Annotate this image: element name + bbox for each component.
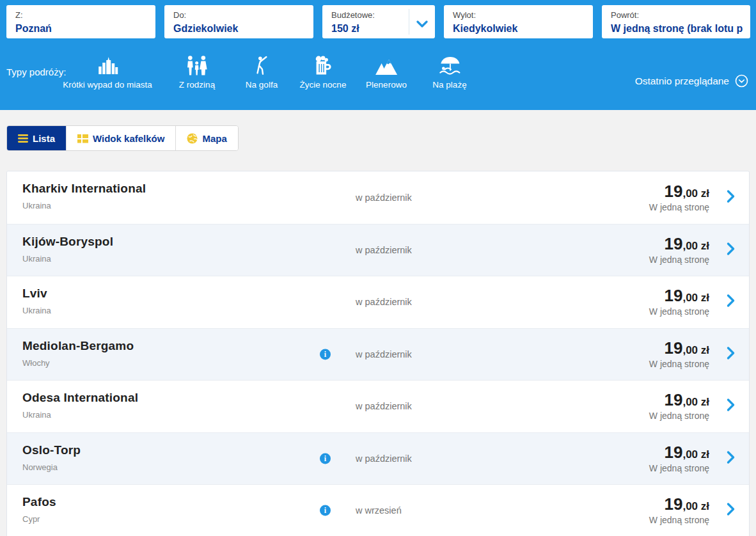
destination-label: Do: [173, 10, 306, 20]
price-block: 19,00 zł W jedną stronę [649, 235, 709, 265]
travel-month: w październik [356, 193, 412, 203]
chevron-right-icon[interactable] [727, 346, 735, 362]
result-row[interactable]: Mediolan-Bergamo Włochy i w październik … [7, 328, 749, 381]
fare-type-label: W jedną stronę [649, 255, 709, 265]
travel-month: w październik [356, 401, 412, 411]
budget-label: Budżetowe: [331, 10, 427, 20]
chevron-right-icon[interactable] [727, 189, 735, 205]
destination-value: Gdziekolwiek [173, 23, 306, 35]
destination-name: Mediolan-Bergamo [22, 339, 134, 353]
fare-type-label: W jedną stronę [649, 202, 709, 212]
destination-country: Norwegia [22, 462, 81, 472]
budget-value: 150 zł [331, 23, 427, 35]
fare-type-label: W jedną stronę [649, 359, 709, 369]
chevron-right-icon[interactable] [727, 450, 735, 466]
destination-name: Pafos [22, 495, 56, 509]
departure-field[interactable]: Wylot: Kiedykolwiek [444, 5, 593, 38]
beer-icon [313, 54, 333, 75]
trip-type-label: Plenerowo [366, 80, 407, 90]
travel-month: w październik [356, 297, 412, 307]
result-row[interactable]: Odesa International Ukraina i w paździer… [7, 380, 749, 432]
departure-label: Wylot: [453, 10, 585, 20]
destination-country: Ukraina [22, 410, 138, 420]
info-icon[interactable]: i [320, 453, 331, 464]
chevron-right-icon[interactable] [727, 242, 735, 258]
tab-label: Lista [33, 133, 55, 144]
tab-lista[interactable]: Lista [7, 126, 67, 150]
fare-type-label: W jedną stronę [649, 411, 709, 421]
travel-month: w październik [356, 245, 412, 255]
trip-types-label: Typy podróży: [6, 67, 66, 77]
recently-viewed-label: Ostatnio przeglądane [635, 75, 729, 87]
trip-type-label: Krótki wypad do miasta [63, 80, 152, 90]
destination-field[interactable]: Do: Gdziekolwiek [164, 5, 313, 38]
tab-mapa[interactable]: Mapa [176, 126, 237, 150]
price-block: 19,00 zł W jedną stronę [649, 444, 709, 473]
travel-month: w październik [356, 349, 412, 359]
list-icon [18, 134, 28, 143]
trip-type-golf[interactable]: Na golfa [246, 54, 278, 90]
price-amount: 19,00 zł [649, 287, 709, 304]
golf-icon [253, 54, 271, 75]
fare-type-label: W jedną stronę [649, 463, 709, 473]
result-row[interactable]: Pafos Cypr i w wrzesień 19,00 zł W jedną… [7, 484, 749, 536]
info-icon[interactable]: i [320, 505, 331, 516]
family-icon [186, 54, 208, 75]
result-row[interactable]: Kijów-Boryspol Ukraina i w październik 1… [7, 224, 749, 276]
price-amount: 19,00 zł [649, 391, 709, 408]
origin-value: Poznań [15, 23, 148, 35]
trip-type-city-break[interactable]: Krótki wypad do miasta [63, 54, 152, 90]
departure-value: Kiedykolwiek [453, 23, 585, 35]
price-block: 19,00 zł W jedną stronę [649, 340, 709, 369]
price-block: 19,00 zł W jedną stronę [649, 287, 709, 317]
chevron-right-icon[interactable] [727, 398, 735, 414]
trip-type-label: Życie nocne [300, 80, 347, 90]
beach-icon [438, 54, 461, 75]
price-amount: 19,00 zł [649, 340, 709, 356]
results-list: Kharkiv International Ukraina i w paździ… [6, 171, 750, 536]
price-block: 19,00 zł W jedną stronę [649, 183, 709, 212]
origin-label: Z: [15, 10, 148, 20]
city-icon [96, 54, 119, 75]
tab-widok-kafelkow[interactable]: Widok kafelków [67, 126, 176, 150]
destination-info: Mediolan-Bergamo Włochy [22, 339, 134, 368]
fare-type-label: W jedną stronę [649, 306, 709, 317]
chevron-right-icon[interactable] [727, 503, 735, 519]
tab-label: Mapa [202, 133, 226, 144]
trip-type-label: Na golfa [246, 80, 278, 90]
info-icon[interactable]: i [320, 349, 331, 359]
search-header: Z: Poznań Do: Gdziekolwiek Budżetowe: 15… [0, 0, 756, 110]
return-value: W jedną stronę (brak lotu pow [611, 23, 743, 35]
trip-type-outdoors[interactable]: Plenerowo [366, 54, 407, 90]
destination-country: Cypr [22, 514, 56, 524]
trip-type-label: Na plażę [432, 80, 466, 90]
mountains-icon [374, 54, 398, 75]
chevron-down-icon[interactable] [416, 19, 428, 30]
destination-name: Kharkiv International [22, 182, 146, 196]
trip-type-beach[interactable]: Na plażę [432, 54, 466, 90]
trip-type-nightlife[interactable]: Życie nocne [300, 54, 347, 90]
price-block: 19,00 zł W jedną stronę [649, 391, 709, 421]
recently-viewed-toggle[interactable]: Ostatnio przeglądane [635, 74, 748, 88]
tiles-icon [77, 134, 88, 143]
chevron-down-circle-icon [735, 74, 748, 88]
destination-country: Ukraina [22, 254, 113, 264]
price-amount: 19,00 zł [649, 183, 709, 200]
destination-name: Lviv [22, 287, 51, 301]
result-row[interactable]: Kharkiv International Ukraina i w paździ… [7, 171, 749, 224]
result-row[interactable]: Lviv Ukraina i w październik 19,00 zł W … [7, 276, 749, 328]
origin-field[interactable]: Z: Poznań [6, 5, 155, 38]
travel-month: w październik [356, 453, 412, 464]
price-amount: 19,00 zł [649, 444, 709, 461]
budget-field[interactable]: Budżetowe: 150 zł [322, 5, 435, 38]
destination-name: Kijów-Boryspol [22, 235, 113, 249]
return-label: Powrót: [611, 10, 743, 20]
view-tabs: Lista Widok kafelków Mapa [6, 125, 239, 151]
return-field[interactable]: Powrót: W jedną stronę (brak lotu pow [602, 5, 750, 38]
trip-type-family[interactable]: Z rodziną [179, 54, 215, 90]
result-row[interactable]: Oslo-Torp Norwegia i w październik 19,00… [7, 432, 749, 485]
chevron-right-icon[interactable] [727, 294, 735, 310]
travel-month: w wrzesień [356, 505, 402, 516]
destination-info: Lviv Ukraina [22, 287, 51, 315]
fare-type-label: W jedną stronę [649, 515, 709, 525]
